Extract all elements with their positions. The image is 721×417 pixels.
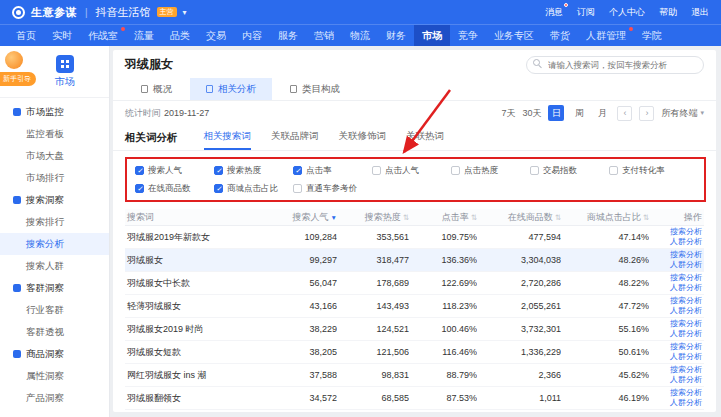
nav-item-finance[interactable]: 财务 — [378, 25, 414, 46]
subtab-related-search-words[interactable]: 相关搜索词 — [204, 125, 252, 150]
nav-item-academy[interactable]: 学院 — [634, 25, 670, 46]
audience-analysis-link[interactable]: 人群分析 — [649, 398, 702, 408]
checkbox-search-popularity[interactable]: 搜索人气 — [135, 165, 214, 177]
sidebar-group-customer-insight[interactable]: 客群洞察 — [0, 277, 109, 299]
beginner-guide-ribbon[interactable]: 新手引导 — [0, 72, 36, 86]
audience-analysis-link[interactable]: 人群分析 — [649, 352, 702, 362]
shop-avatar[interactable] — [5, 51, 23, 69]
nav-item-marketing[interactable]: 营销 — [306, 25, 342, 46]
sidebar-item-market-overview[interactable]: 市场大盘 — [0, 145, 109, 167]
search-analysis-link[interactable]: 搜索分析 — [649, 227, 702, 237]
audience-analysis-link[interactable]: 人群分析 — [649, 306, 702, 316]
personal-center-link[interactable]: 个人中心 — [609, 6, 645, 19]
nav-item-logistics[interactable]: 物流 — [342, 25, 378, 46]
col-header-online-products[interactable]: 在线商品数⇅ — [477, 211, 561, 224]
terminal-filter-dropdown[interactable]: 所有终端▾ — [661, 107, 704, 120]
metric-filter-annotation-box: 搜索人气 搜索热度 点击率 点击人气 点击热度 交易指数 支付转化率 在线商品数… — [125, 157, 706, 202]
checkbox-click-popularity[interactable]: 点击人气 — [372, 165, 451, 177]
audience-analysis-link[interactable]: 人群分析 — [649, 375, 702, 385]
product-switch-caret-icon[interactable]: ▾ — [183, 8, 187, 17]
col-header-mall-click-share[interactable]: 商城点击占比⇅ — [561, 211, 649, 224]
subtab-modifier-words[interactable]: 关联修饰词 — [339, 125, 387, 150]
col-header-click-rate[interactable]: 点击率⇅ — [409, 211, 477, 224]
search-analysis-link[interactable]: 搜索分析 — [649, 388, 702, 398]
checkbox-mall-click-share[interactable]: 商城点击占比 — [214, 183, 293, 195]
tab-related-analysis[interactable]: 相关分析 — [190, 78, 272, 100]
sidebar-group-search-insight[interactable]: 搜索洞察 — [0, 189, 109, 211]
audience-analysis-link[interactable]: 人群分析 — [649, 260, 702, 270]
range-30d-button[interactable]: 30天 — [522, 107, 541, 120]
checkbox-pay-conversion[interactable]: 支付转化率 — [609, 165, 688, 177]
module-label[interactable]: 市场 — [55, 75, 75, 89]
messages-link[interactable]: 消息 — [545, 6, 563, 19]
logout-link[interactable]: 退出 — [691, 6, 709, 19]
search-analysis-link[interactable]: 搜索分析 — [649, 296, 702, 306]
nav-item-service[interactable]: 服务 — [270, 25, 306, 46]
sidebar-item-search-analysis[interactable]: 搜索分析 — [0, 233, 109, 255]
checkbox-ztc-reference-price[interactable]: 直通车参考价 — [293, 183, 372, 195]
nav-item-realtime[interactable]: 实时 — [44, 25, 80, 46]
unit-day-button[interactable]: 日 — [548, 105, 564, 121]
search-analysis-link[interactable]: 搜索分析 — [649, 273, 702, 283]
range-7d-button[interactable]: 7天 — [501, 107, 515, 120]
nav-item-livestream[interactable]: 带货 — [542, 25, 578, 46]
table-row[interactable]: 羽绒服女短款 38,205 121,506 116.46% 1,336,229 … — [125, 341, 704, 364]
subtab-hot-words[interactable]: 关联热词 — [406, 125, 444, 150]
tab-category-composition[interactable]: 类目构成 — [274, 78, 356, 100]
sidebar-item-market-ranking[interactable]: 市场排行 — [0, 167, 109, 189]
table-row[interactable]: 羽绒服女 99,297 318,477 136.36% 3,304,038 48… — [125, 249, 704, 272]
table-row[interactable]: 网红羽绒服女 ins 潮 37,588 98,831 88.79% 2,366 … — [125, 364, 704, 387]
nav-item-content[interactable]: 内容 — [234, 25, 270, 46]
sidebar-item-industry-customers[interactable]: 行业客群 — [0, 299, 109, 321]
stats-row: 统计时间2019-11-27 7天 30天 日 周 月 ‹ › 所有终端▾ — [113, 101, 716, 125]
sidebar-group-market-monitor[interactable]: 市场监控 — [0, 101, 109, 123]
search-analysis-link[interactable]: 搜索分析 — [649, 319, 702, 329]
nav-item-category[interactable]: 品类 — [162, 25, 198, 46]
sidebar-item-attribute-insight[interactable]: 属性洞察 — [0, 365, 109, 387]
help-link[interactable]: 帮助 — [659, 6, 677, 19]
unit-week-button[interactable]: 周 — [571, 105, 587, 121]
checkbox-click-heat[interactable]: 点击热度 — [451, 165, 530, 177]
market-module-icon[interactable] — [56, 55, 74, 73]
search-analysis-link[interactable]: 搜索分析 — [649, 250, 702, 260]
sidebar-item-customer-perspective[interactable]: 客群透视 — [0, 321, 109, 343]
unit-month-button[interactable]: 月 — [594, 105, 610, 121]
nav-item-home[interactable]: 首页 — [8, 25, 44, 46]
checkbox-click-rate[interactable]: 点击率 — [293, 165, 372, 177]
table-row[interactable]: 羽绒服女2019 时尚 38,229 124,521 100.46% 3,732… — [125, 318, 704, 341]
search-analysis-link[interactable]: 搜索分析 — [649, 365, 702, 375]
sidebar-item-product-insight[interactable]: 产品洞察 — [0, 387, 109, 409]
subtab-brand-words[interactable]: 关联品牌词 — [271, 125, 319, 150]
keyword-cell: 羽绒服2019年新款女 — [125, 231, 265, 244]
col-header-search-heat[interactable]: 搜索热度⇅ — [337, 211, 409, 224]
nav-item-trade[interactable]: 交易 — [198, 25, 234, 46]
tab-overview[interactable]: 概况 — [125, 78, 188, 100]
nav-item-audience-mgmt[interactable]: 人群管理 — [578, 25, 634, 46]
search-input[interactable] — [526, 56, 704, 74]
table-row[interactable]: 羽绒服2019年新款女 109,284 353,561 109.75% 477,… — [125, 226, 704, 249]
checkbox-trade-index[interactable]: 交易指数 — [530, 165, 609, 177]
subscribe-link[interactable]: 订阅 — [577, 6, 595, 19]
sidebar-item-monitor-board[interactable]: 监控看板 — [0, 123, 109, 145]
sidebar-item-search-audience[interactable]: 搜索人群 — [0, 255, 109, 277]
sidebar-group-product-insight[interactable]: 商品洞察 — [0, 343, 109, 365]
sidebar-item-search-ranking[interactable]: 搜索排行 — [0, 211, 109, 233]
next-date-button[interactable]: › — [639, 106, 654, 121]
nav-item-war-room[interactable]: 作战室 — [80, 25, 126, 46]
audience-analysis-link[interactable]: 人群分析 — [649, 329, 702, 339]
col-header-search-popularity[interactable]: 搜索人气▼ — [265, 211, 337, 224]
search-analysis-link[interactable]: 搜索分析 — [649, 342, 702, 352]
prev-date-button[interactable]: ‹ — [617, 106, 632, 121]
nav-item-business-zone[interactable]: 业务专区 — [486, 25, 542, 46]
checkbox-online-products[interactable]: 在线商品数 — [135, 183, 214, 195]
audience-analysis-link[interactable]: 人群分析 — [649, 283, 702, 293]
table-row[interactable]: 羽绒服翻领女 34,572 68,585 87.53% 1,011 46.19%… — [125, 387, 704, 410]
table-row[interactable]: 轻薄羽绒服女 43,166 143,493 118.23% 2,055,261 … — [125, 295, 704, 318]
table-row[interactable]: 羽绒服女中长款 56,047 178,689 122.69% 2,720,286… — [125, 272, 704, 295]
nav-item-traffic[interactable]: 流量 — [126, 25, 162, 46]
nav-item-competition[interactable]: 竞争 — [450, 25, 486, 46]
audience-analysis-link[interactable]: 人群分析 — [649, 237, 702, 247]
checkbox-search-heat[interactable]: 搜索热度 — [214, 165, 293, 177]
click-rate-cell: 100.46% — [409, 324, 477, 334]
nav-item-market[interactable]: 市场 — [414, 25, 450, 46]
